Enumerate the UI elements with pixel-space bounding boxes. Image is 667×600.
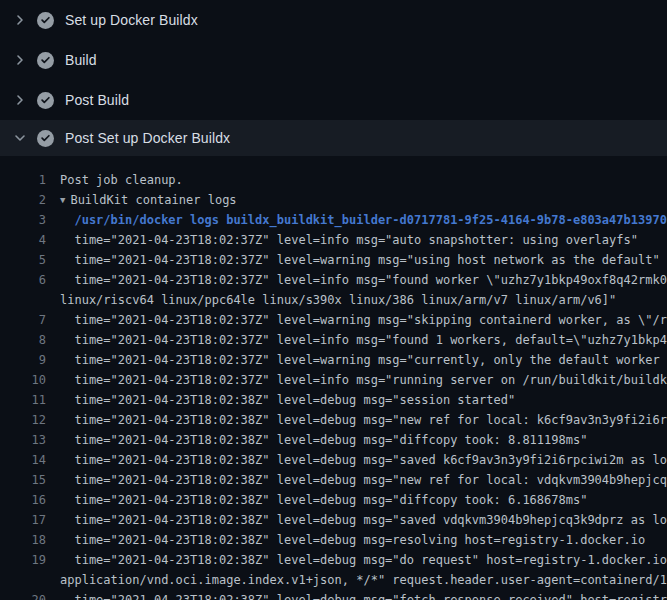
log-line-number[interactable]: 12: [0, 410, 46, 430]
check-circle-icon: [37, 92, 54, 109]
chevron-right-icon[interactable]: [12, 92, 28, 108]
log-line-text: time="2021-04-23T18:02:38Z" level=debug …: [60, 390, 515, 410]
log-line-text: time="2021-04-23T18:02:38Z" level=debug …: [60, 450, 667, 470]
log-line-number[interactable]: 7: [0, 310, 46, 330]
log-line: 16 time="2021-04-23T18:02:38Z" level=deb…: [0, 490, 667, 510]
log-line-text: time="2021-04-23T18:02:37Z" level=info m…: [60, 330, 667, 350]
log-line-text: ▼BuildKit container logs: [60, 190, 237, 210]
log-line: 2▼BuildKit container logs: [0, 190, 667, 210]
log-line-text: time="2021-04-23T18:02:37Z" level=info m…: [60, 230, 638, 250]
log-line-number: [0, 290, 46, 310]
log-line-continuation: linux/riscv64 linux/ppc64le linux/s390x …: [0, 290, 667, 310]
chevron-down-icon[interactable]: [12, 130, 28, 146]
step-header-build[interactable]: Build: [0, 40, 667, 80]
step-title: Post Build: [65, 92, 129, 108]
log-line-text: time="2021-04-23T18:02:38Z" level=debug …: [60, 410, 667, 430]
log-line: 7 time="2021-04-23T18:02:37Z" level=warn…: [0, 310, 667, 330]
log-line-number[interactable]: 13: [0, 430, 46, 450]
log-line-number[interactable]: 1: [0, 170, 46, 190]
log-line-text: time="2021-04-23T18:02:38Z" level=debug …: [60, 430, 587, 450]
log-line: 3 /usr/bin/docker logs buildx_buildkit_b…: [0, 210, 667, 230]
log-line: 10 time="2021-04-23T18:02:37Z" level=inf…: [0, 370, 667, 390]
step-header-post-build[interactable]: Post Build: [0, 80, 667, 120]
step-header-list: Set up Docker BuildxBuildPost BuildPost …: [0, 0, 667, 156]
log-line: 8 time="2021-04-23T18:02:37Z" level=info…: [0, 330, 667, 350]
log-line-number[interactable]: 14: [0, 450, 46, 470]
group-title[interactable]: BuildKit container logs: [70, 193, 236, 207]
log-line: 1Post job cleanup.: [0, 170, 667, 190]
log-line: 6 time="2021-04-23T18:02:37Z" level=info…: [0, 270, 667, 290]
log-line-number[interactable]: 17: [0, 510, 46, 530]
log-line: 14 time="2021-04-23T18:02:38Z" level=deb…: [0, 450, 667, 470]
log-line: 11 time="2021-04-23T18:02:38Z" level=deb…: [0, 390, 667, 410]
log-line: 17 time="2021-04-23T18:02:38Z" level=deb…: [0, 510, 667, 530]
log-line-number[interactable]: 3: [0, 210, 46, 230]
log-line-number[interactable]: 10: [0, 370, 46, 390]
step-title: Set up Docker Buildx: [65, 12, 198, 28]
log-line: 12 time="2021-04-23T18:02:38Z" level=deb…: [0, 410, 667, 430]
step-title: Build: [65, 52, 97, 68]
log-line-number[interactable]: 16: [0, 490, 46, 510]
log-line-number[interactable]: 2: [0, 190, 46, 210]
log-line-text: time="2021-04-23T18:02:38Z" level=debug …: [60, 590, 667, 600]
log-line: 15 time="2021-04-23T18:02:38Z" level=deb…: [0, 470, 667, 490]
log-line-number[interactable]: 20: [0, 590, 46, 600]
step-header-set-up-docker-buildx[interactable]: Set up Docker Buildx: [0, 0, 667, 40]
log-line: 19 time="2021-04-23T18:02:38Z" level=deb…: [0, 550, 667, 570]
log-line-number[interactable]: 5: [0, 250, 46, 270]
log-line: 18 time="2021-04-23T18:02:38Z" level=deb…: [0, 530, 667, 550]
group-collapse-icon[interactable]: ▼: [60, 190, 65, 210]
log-line-number[interactable]: 11: [0, 390, 46, 410]
log-line-text: time="2021-04-23T18:02:37Z" level=warnin…: [60, 310, 667, 330]
log-line-text: time="2021-04-23T18:02:38Z" level=debug …: [60, 490, 587, 510]
log-line-continuation: application/vnd.oci.image.index.v1+json,…: [0, 570, 667, 590]
chevron-right-icon[interactable]: [12, 12, 28, 28]
log-line-text: time="2021-04-23T18:02:38Z" level=debug …: [60, 470, 667, 490]
check-circle-icon: [37, 130, 54, 147]
log-line-number[interactable]: 18: [0, 530, 46, 550]
log-line-number: [0, 570, 46, 590]
log-line: 4 time="2021-04-23T18:02:37Z" level=info…: [0, 230, 667, 250]
check-circle-icon: [37, 12, 54, 29]
log-line-number[interactable]: 15: [0, 470, 46, 490]
log-line: 5 time="2021-04-23T18:02:37Z" level=warn…: [0, 250, 667, 270]
log-line-number[interactable]: 19: [0, 550, 46, 570]
log-line-text: time="2021-04-23T18:02:37Z" level=warnin…: [60, 350, 667, 370]
log-line-number[interactable]: 9: [0, 350, 46, 370]
check-circle-icon: [37, 52, 54, 69]
log-line-text: time="2021-04-23T18:02:37Z" level=info m…: [60, 270, 667, 290]
log-line-text: linux/riscv64 linux/ppc64le linux/s390x …: [60, 290, 616, 310]
log-line-number[interactable]: 4: [0, 230, 46, 250]
log-command-text: /usr/bin/docker logs buildx_buildkit_bui…: [60, 210, 667, 230]
log-line-text: time="2021-04-23T18:02:38Z" level=debug …: [60, 550, 667, 570]
log-view: 1Post job cleanup.2▼BuildKit container l…: [0, 156, 667, 600]
log-line: 20 time="2021-04-23T18:02:38Z" level=deb…: [0, 590, 667, 600]
step-header-post-set-up-docker-buildx[interactable]: Post Set up Docker Buildx: [0, 120, 667, 156]
log-line-text: time="2021-04-23T18:02:38Z" level=debug …: [60, 510, 667, 530]
log-line: 13 time="2021-04-23T18:02:38Z" level=deb…: [0, 430, 667, 450]
log-line-number[interactable]: 6: [0, 270, 46, 290]
log-line-text: time="2021-04-23T18:02:37Z" level=warnin…: [60, 250, 660, 270]
log-line-text: time="2021-04-23T18:02:37Z" level=info m…: [60, 370, 667, 390]
actions-log-panel: Set up Docker BuildxBuildPost BuildPost …: [0, 0, 667, 600]
log-line-text: application/vnd.oci.image.index.v1+json,…: [60, 570, 667, 590]
log-line-number[interactable]: 8: [0, 330, 46, 350]
chevron-right-icon[interactable]: [12, 52, 28, 68]
step-title: Post Set up Docker Buildx: [65, 130, 230, 146]
log-line-text: Post job cleanup.: [60, 170, 183, 190]
log-line-text: time="2021-04-23T18:02:38Z" level=debug …: [60, 530, 645, 550]
log-line: 9 time="2021-04-23T18:02:37Z" level=warn…: [0, 350, 667, 370]
